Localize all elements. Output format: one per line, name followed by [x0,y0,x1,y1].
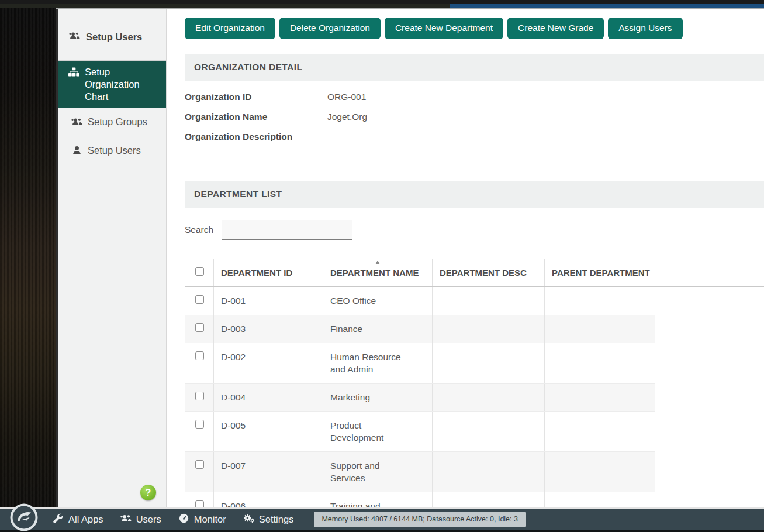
cell-department-id: D-005 [214,411,323,451]
nav-item-all-apps[interactable]: All Apps [51,511,105,528]
cell-parent-department [545,286,655,315]
sitemap-icon [68,67,79,80]
cell-parent-department [545,343,655,383]
table-row: D-004 Marketing [185,383,764,411]
nav-label: Users [136,514,161,525]
table-row: D-007 Support and Services [185,451,764,492]
assign-users-button[interactable]: Assign Users [608,18,682,39]
field-label: Organization ID [185,92,327,103]
cell-department-name: Support and Services [323,451,433,492]
cell-department-id: D-007 [214,451,323,492]
table-row: D-005 Product Development [185,411,764,451]
sort-ascending-icon [375,261,380,264]
cell-department-id: D-004 [214,383,323,411]
background-image-strip [0,4,56,532]
delete-organization-button[interactable]: Delete Organization [279,18,381,39]
top-gray-line [56,8,764,9]
sidebar-item-label: Setup Organization Chart [85,66,161,103]
table-row: D-001 CEO Office [185,286,764,315]
row-checkbox[interactable] [195,323,204,332]
create-new-department-button[interactable]: Create New Department [385,18,503,39]
nav-item-users[interactable]: Users [119,511,163,528]
search-row: Search [185,220,764,240]
table-header-row: DEPARTMENT ID DEPARTMENT NAME DEPARTMENT… [185,259,764,286]
cell-department-name: Training and Consulting [323,492,433,507]
toolbar: Edit Organization Delete Organization Cr… [185,18,764,39]
gauge-icon [178,513,189,526]
create-new-grade-button[interactable]: Create New Grade [507,18,604,39]
row-checkbox[interactable] [195,392,204,400]
cell-department-name: Marketing [323,383,433,411]
footer-nav: All Apps Users Monitor [51,511,295,528]
cell-department-id: D-002 [214,343,323,383]
users-group-icon [69,31,80,43]
table-row: D-003 Finance [185,315,764,343]
cell-parent-department [545,315,655,343]
select-all-checkbox[interactable] [195,267,204,276]
cell-department-id: D-006 [214,492,323,507]
row-checkbox[interactable] [195,460,204,469]
nav-label: Monitor [194,514,226,525]
sidebar-header-label: Setup Users [86,32,142,43]
cell-department-name: CEO Office [323,286,433,315]
field-organization-name: Organization Name Joget.Org [185,112,764,123]
gears-icon [243,513,254,526]
sidebar: Setup Users Setup Organization Chart Set… [56,9,167,507]
sidebar-item-setup-groups[interactable]: Setup Groups [58,108,166,137]
cell-department-id: D-003 [214,315,323,343]
column-header-empty [655,259,764,286]
joget-logo[interactable] [9,503,39,532]
users-group-icon [71,117,82,129]
system-status-badge: Memory Used: 4807 / 6144 MB; Datasource … [314,512,526,527]
field-label: Organization Name [185,112,327,123]
organization-detail-fields: Organization ID ORG-001 Organization Nam… [185,81,764,166]
row-checkbox[interactable] [195,295,204,304]
row-checkbox[interactable] [195,500,204,508]
field-organization-description: Organization Description [185,132,764,143]
row-checkbox[interactable] [195,351,204,360]
users-group-icon [120,513,132,526]
edit-organization-button[interactable]: Edit Organization [185,18,275,39]
column-header-department-id[interactable]: DEPARTMENT ID [214,259,323,286]
column-header-parent-department[interactable]: PARENT DEPARTMENT [545,259,655,286]
cell-department-desc [433,286,545,315]
top-black-bar [0,0,764,4]
organization-detail-header: ORGANIZATION DETAIL [185,54,764,81]
table-row: D-006 Training and Consulting [185,492,764,507]
search-input[interactable] [222,220,352,240]
sidebar-item-label: Setup Groups [88,116,147,128]
cell-parent-department [545,451,655,492]
cell-parent-department [545,492,655,507]
sidebar-item-setup-users[interactable]: Setup Users [58,137,166,165]
cell-department-name: Finance [323,315,433,343]
select-all-cell [185,259,214,286]
sidebar-item-label: Setup Users [88,144,141,157]
cell-department-name: Product Development [323,411,433,451]
sidebar-header-setup-users[interactable]: Setup Users [58,9,166,61]
nav-item-settings[interactable]: Settings [242,511,295,528]
cell-parent-department [545,383,655,411]
nav-label: All Apps [68,514,103,525]
column-header-department-desc[interactable]: DEPARTMENT DESC [433,259,545,286]
row-checkbox[interactable] [195,420,204,429]
column-header-department-name[interactable]: DEPARTMENT NAME [323,259,433,286]
field-value: ORG-001 [327,92,366,103]
department-table: DEPARTMENT ID DEPARTMENT NAME DEPARTMENT… [185,259,764,507]
cell-department-desc [433,315,545,343]
cell-parent-department [545,411,655,451]
footer-bar: All Apps Users Monitor [0,507,764,532]
main-content: Edit Organization Delete Organization Cr… [167,9,764,507]
cell-department-desc [433,492,545,507]
cell-department-id: D-001 [214,286,323,315]
help-button[interactable]: ? [140,485,156,500]
department-list-header: DEPARTMENT LIST [185,181,764,208]
wrench-icon [53,513,64,526]
nav-label: Settings [259,514,294,525]
table-row: D-002 Human Resource and Admin [185,343,764,383]
nav-item-monitor[interactable]: Monitor [177,511,227,528]
cell-department-desc [433,451,545,492]
field-organization-id: Organization ID ORG-001 [185,92,764,103]
sidebar-item-setup-organization-chart[interactable]: Setup Organization Chart [58,61,166,108]
field-value: Joget.Org [327,112,367,123]
cell-department-desc [433,343,545,383]
